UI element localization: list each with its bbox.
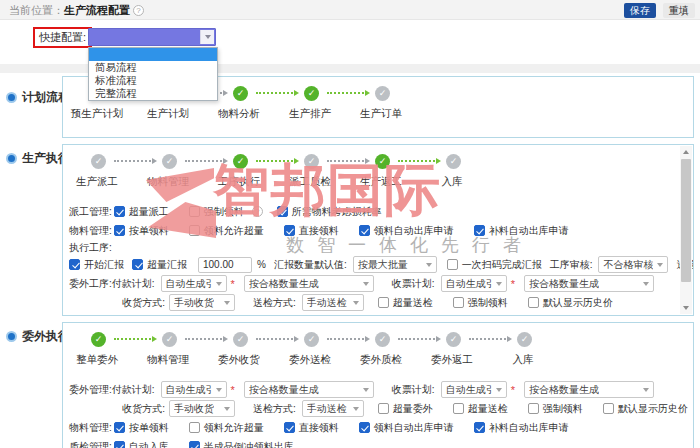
- chevron-down-icon: [363, 388, 369, 392]
- save-button[interactable]: 保存: [624, 3, 656, 18]
- receive-mode-select[interactable]: 手动收货: [169, 400, 235, 417]
- chevron-down-icon: [363, 282, 369, 286]
- checkbox-icon: [378, 297, 389, 308]
- flow-step-label: 物料管理: [130, 353, 206, 367]
- pick-over-checkbox[interactable]: 领料允许超量: [189, 421, 264, 435]
- production-execution-box: 生产派工 物料管理 工序执行 派工质检 生产返工 入库 派工管理: 超量派工 强…: [62, 144, 694, 316]
- dropdown-option-simple[interactable]: 简易流程: [89, 61, 217, 74]
- pick-by-order-checkbox[interactable]: 按单领料: [114, 421, 169, 435]
- flow-step-label: 生产计划: [130, 107, 206, 121]
- section-label-production: 生产执行: [6, 150, 70, 167]
- help-icon[interactable]: ?: [133, 5, 144, 16]
- check-circle-icon: [162, 154, 177, 169]
- check-circle-icon: [375, 154, 390, 169]
- invoice-plan-rule-select[interactable]: 按合格数量生成: [524, 275, 654, 292]
- inspect-mode-select[interactable]: 手动送检: [302, 294, 364, 311]
- direct-pick-checkbox[interactable]: 直接领料: [284, 224, 339, 238]
- chevron-down-icon: [496, 388, 502, 392]
- outsourcing-flow: 整单委外 物料管理 委外收货 委外送检 委外质检 委外返工 入库: [63, 323, 693, 367]
- checkbox-icon: [453, 403, 464, 414]
- force-pick-checkbox[interactable]: 强制领料: [189, 205, 244, 219]
- chevron-down-icon: [224, 407, 230, 411]
- dropdown-option-blank[interactable]: [89, 48, 217, 61]
- over-report-percent-input[interactable]: [198, 257, 252, 273]
- checkbox-label: 强制领料: [543, 402, 583, 416]
- field-label: 工序审核:: [550, 258, 593, 272]
- quick-config-select[interactable]: [88, 28, 216, 46]
- over-inspect-checkbox[interactable]: 超量送检: [453, 402, 508, 416]
- flow-step-label: 物料分析: [201, 107, 277, 121]
- quick-config-dropdown: 简易流程 标准流程 完整流程: [88, 47, 218, 101]
- direct-pick-checkbox[interactable]: 直接领料: [284, 421, 339, 435]
- flow-step-label: 生产排产: [272, 107, 348, 121]
- select-value: 手动送检: [307, 296, 347, 310]
- pay-plan-mode-select[interactable]: 自动生成引: [161, 381, 227, 398]
- auto-outbound-checkbox[interactable]: 领料自动出库申请: [359, 224, 454, 238]
- checkbox-label: 默认显示历史价: [618, 402, 688, 416]
- backflush-checkbox[interactable]: 半成品倒冲领料出库: [189, 440, 294, 448]
- pick-over-checkbox[interactable]: 领料允许超量: [189, 224, 264, 238]
- pay-plan-mode-select[interactable]: 自动生成引: [161, 275, 227, 292]
- scroll-up-arrow[interactable]: [680, 146, 692, 158]
- invoice-plan-mode-select[interactable]: 自动生成引: [441, 381, 507, 398]
- inspect-mode-select[interactable]: 手动送检: [302, 400, 364, 417]
- history-price-checkbox[interactable]: 默认显示历史价: [603, 402, 688, 416]
- report-default-qty-select[interactable]: 按最大批量: [353, 256, 437, 273]
- over-dispatch-checkbox[interactable]: 超量派工: [114, 205, 169, 219]
- info-icon[interactable]: ?: [252, 206, 263, 217]
- outsource-process-pay-row: 委外工序:付款计划: 自动生成引 * 按合格数量生成 收票计划: 自动生成引 *…: [63, 274, 693, 293]
- checkbox-label: 按单领料: [129, 224, 169, 238]
- scroll-down-arrow[interactable]: [680, 302, 692, 314]
- start-report-checkbox[interactable]: 开始汇报: [69, 258, 124, 272]
- flow-step-label: 预生产计划: [62, 107, 135, 121]
- checkbox-label: 领料允许超量: [204, 421, 264, 435]
- dropdown-option-standard[interactable]: 标准流程: [89, 74, 217, 87]
- dropdown-option-complete[interactable]: 完整流程: [89, 87, 217, 100]
- invoice-plan-rule-select[interactable]: 按合格数量生成: [524, 381, 654, 398]
- invoice-plan-mode-select[interactable]: 自动生成引: [441, 275, 507, 292]
- checkbox-icon: [474, 422, 485, 433]
- chevron-down-icon[interactable]: [200, 30, 214, 44]
- checkbox-label: 强制领料: [204, 205, 244, 219]
- auto-inbound-checkbox[interactable]: 自动入库: [114, 440, 169, 448]
- reset-button[interactable]: 重填: [663, 3, 695, 18]
- production-settings: 派工管理: 超量派工 强制领料 ? 所需物料考虑损耗率 物料管理: 按单领料 领…: [63, 202, 693, 312]
- breadcrumb-location-label: 当前位置：: [9, 4, 64, 16]
- checkbox-label: 强制领料: [468, 296, 508, 310]
- dispatch-management-row: 派工管理: 超量派工 强制领料 ? 所需物料考虑损耗率: [63, 202, 693, 221]
- force-pick-checkbox[interactable]: 强制领料: [528, 402, 583, 416]
- loss-rate-checkbox[interactable]: 所需物料考虑损耗率: [277, 205, 382, 219]
- auto-outbound-checkbox[interactable]: 领料自动出库申请: [359, 421, 454, 435]
- select-value: 自动生成引: [166, 383, 212, 397]
- required-mark: *: [231, 384, 235, 396]
- chevron-down-icon: [643, 388, 649, 392]
- chevron-down-icon: [353, 407, 359, 411]
- outsource-receive-row: 收货方式: 手动收货 送检方式: 手动送检 超量委外 超量送检 强制领料 默认显…: [63, 399, 693, 418]
- scroll-thumb[interactable]: [681, 159, 691, 282]
- over-outsource-checkbox[interactable]: 超量委外: [378, 402, 433, 416]
- over-report-checkbox[interactable]: 超量汇报: [132, 258, 187, 272]
- scrollbar[interactable]: [680, 146, 692, 314]
- check-circle-icon: [162, 332, 177, 347]
- process-audit-select[interactable]: 不合格审核: [598, 256, 668, 273]
- quick-config-label: 快捷配置:: [33, 27, 92, 48]
- checkbox-icon: [114, 422, 125, 433]
- topbar: 当前位置：生产流程配置? 保存 重填: [0, 0, 700, 20]
- checkbox-icon: [189, 206, 200, 217]
- supplement-auto-outbound-checkbox[interactable]: 补料自动出库申请: [474, 421, 569, 435]
- history-price-checkbox[interactable]: 默认显示历史价: [528, 296, 613, 310]
- flow-step-label: 生产订单: [343, 107, 419, 121]
- over-inspect-checkbox[interactable]: 超量送检: [378, 296, 433, 310]
- scan-once-checkbox[interactable]: 一次扫码完成汇报: [447, 258, 542, 272]
- chevron-down-icon: [353, 301, 359, 305]
- pick-by-order-checkbox[interactable]: 按单领料: [114, 224, 169, 238]
- force-pick-checkbox[interactable]: 强制领料: [453, 296, 508, 310]
- checkbox-label: 补料自动出库申请: [489, 421, 569, 435]
- checkbox-icon: [359, 225, 370, 236]
- receive-mode-select[interactable]: 手动收货: [169, 294, 235, 311]
- checkbox-label: 直接领料: [299, 421, 339, 435]
- pay-plan-rule-select[interactable]: 按合格数量生成: [244, 381, 374, 398]
- checkbox-label: 超量委外: [393, 402, 433, 416]
- pay-plan-rule-select[interactable]: 按合格数量生成: [244, 275, 374, 292]
- supplement-auto-outbound-checkbox[interactable]: 补料自动出库申请: [474, 224, 569, 238]
